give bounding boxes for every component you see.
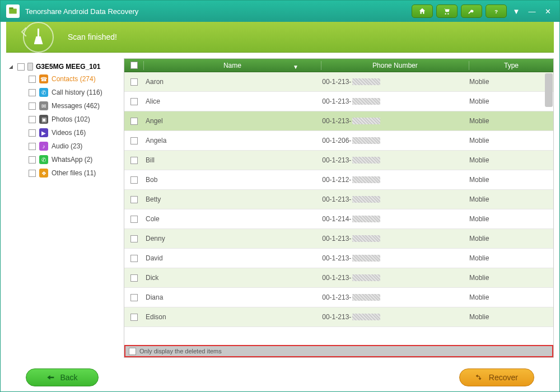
redacted-icon [352,98,380,105]
device-icon [27,63,33,71]
cell-phone: 00-1-213- [322,117,469,125]
cell-phone: 00-1-213- [322,195,469,203]
table-row[interactable]: Angel00-1-213-Moblie [124,111,553,131]
dropdown-button[interactable]: ▼ [510,5,522,17]
scrollbar-thumb[interactable] [545,73,553,107]
table-row[interactable]: Betty00-1-213-Moblie [124,190,553,209]
cell-name: Aaron [143,78,322,86]
sidebar-item-call-history[interactable]: ✆Call history (116) [29,86,124,99]
close-button[interactable]: ✕ [542,5,554,17]
row-checkbox[interactable] [130,118,138,125]
cell-type: Moblie [469,274,553,282]
cell-phone: 00-1-213- [322,97,469,105]
row-checkbox[interactable] [130,314,138,321]
cell-type: Moblie [469,117,553,125]
category-icon: ✉ [39,101,48,110]
back-arrow-icon [46,374,55,381]
redacted-icon [352,235,380,242]
footer: Back Recover [1,363,559,391]
filter-row: Only display the deleted items [124,345,553,357]
cart-button[interactable] [436,4,458,18]
cell-phone: 00-1-213- [322,313,469,321]
row-checkbox[interactable] [130,255,138,262]
sidebar-item-messages[interactable]: ✉Messages (462) [29,99,124,113]
table-row[interactable]: Aaron00-1-213-Moblie [124,72,553,92]
table-row[interactable]: Alice00-1-213-Moblie [124,92,553,111]
column-type[interactable]: Type [469,62,553,69]
cell-type: Moblie [469,254,553,262]
row-checkbox[interactable] [130,274,138,282]
category-checkbox[interactable] [29,116,36,123]
table-row[interactable]: Dick00-1-213-Moblie [124,268,553,288]
svg-rect-0 [9,9,17,14]
back-button[interactable]: Back [26,368,99,386]
column-phone[interactable]: Phone Number [321,62,469,69]
category-checkbox[interactable] [29,89,36,96]
table-header: Name▼ Phone Number Type [124,59,553,72]
column-name[interactable]: Name▼ [144,62,321,69]
category-checkbox[interactable] [29,129,36,137]
recover-button[interactable]: Recover [459,368,534,386]
table-body[interactable]: Aaron00-1-213-MoblieAlice00-1-213-Moblie… [124,72,553,345]
table-row[interactable]: Cole00-1-214-Moblie [124,209,553,229]
home-button[interactable] [412,4,433,18]
device-node[interactable]: ◢ G3E5MG MEEG_101 [9,61,124,72]
cell-type: Moblie [469,156,553,164]
select-all-checkbox[interactable] [130,62,138,69]
redacted-icon [352,78,380,85]
minimize-button[interactable]: — [526,5,538,17]
row-checkbox[interactable] [130,137,138,144]
cell-phone: 00-1-213- [322,78,469,86]
key-button[interactable] [461,4,482,18]
table-row[interactable]: David00-1-213-Moblie [124,249,553,268]
row-checkbox[interactable] [130,176,138,184]
row-checkbox[interactable] [130,98,138,105]
category-checkbox[interactable] [29,143,36,150]
cell-name: Diana [143,293,322,301]
category-list: ☎Contacts (274)✆Call history (116)✉Messa… [9,72,124,180]
category-checkbox[interactable] [29,170,36,177]
row-checkbox[interactable] [130,216,138,223]
category-icon: ♪ [39,142,48,151]
redacted-icon [352,294,380,301]
sidebar-item-contacts[interactable]: ☎Contacts (274) [29,72,124,86]
redacted-icon [352,137,380,144]
sidebar-item-audio[interactable]: ♪Audio (23) [29,139,124,153]
category-checkbox[interactable] [29,102,36,110]
sidebar-item-other-files[interactable]: ❖Other files (11) [29,166,124,180]
filter-checkbox[interactable] [129,348,136,355]
cell-type: Moblie [469,293,553,301]
cell-phone: 00-1-213- [322,254,469,262]
cell-type: Moblie [469,313,553,321]
sidebar-item-videos[interactable]: ▶Videos (16) [29,126,124,139]
category-label: WhatsApp (2) [52,156,92,164]
device-checkbox[interactable] [17,63,25,71]
sidebar-item-photos[interactable]: ▣Photos (102) [29,113,124,126]
table-row[interactable]: Edison00-1-213-Moblie [124,307,553,327]
row-checkbox[interactable] [130,196,138,203]
content-area: ◢ G3E5MG MEEG_101 ☎Contacts (274)✆Call h… [1,53,559,363]
row-checkbox[interactable] [130,235,138,242]
redacted-icon [352,176,380,183]
row-checkbox[interactable] [130,78,138,86]
row-checkbox[interactable] [130,294,138,301]
category-icon: ▣ [39,115,48,124]
category-checkbox[interactable] [29,156,36,164]
collapse-arrow-icon[interactable]: ◢ [9,64,15,69]
sidebar-item-whatsapp[interactable]: ✆WhatsApp (2) [29,153,124,166]
cell-name: Angel [143,117,322,125]
row-checkbox[interactable] [130,157,138,164]
category-checkbox[interactable] [29,76,36,83]
help-button[interactable]: ? [486,4,507,18]
table-row[interactable]: Bob00-1-212-Moblie [124,170,553,190]
category-icon: ☎ [39,74,48,83]
cell-name: Cole [143,215,322,223]
redacted-icon [352,157,380,164]
table-row[interactable]: Angela00-1-206-Moblie [124,131,553,151]
table-row[interactable]: Diana00-1-213-Moblie [124,288,553,307]
table-row[interactable]: Denny00-1-213-Moblie [124,229,553,249]
redacted-icon [352,314,380,320]
category-label: Call history (116) [52,88,102,96]
table-row[interactable]: Bill00-1-213-Moblie [124,151,553,170]
titlebar-buttons: ? ▼ — ✕ [412,4,554,18]
